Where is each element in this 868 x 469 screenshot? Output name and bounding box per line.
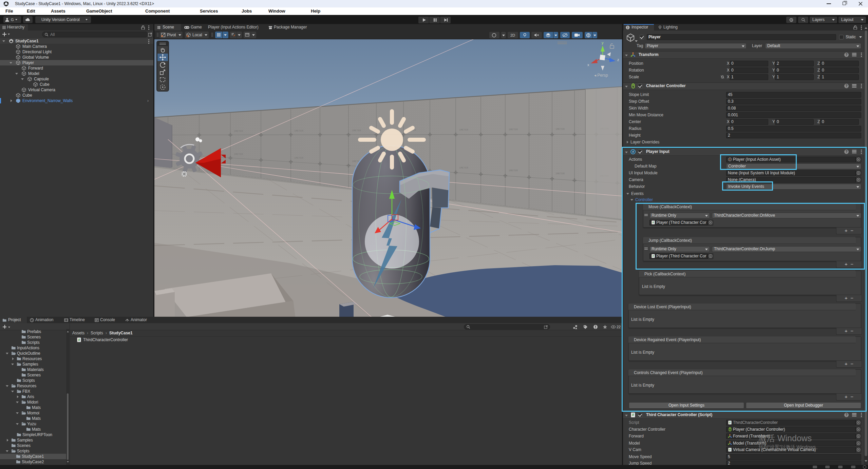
- svg-text:1METER: 1METER: [459, 129, 469, 131]
- svg-text:1METER: 1METER: [555, 128, 565, 131]
- svg-text:◂ Persp: ◂ Persp: [594, 73, 608, 78]
- svg-text:1METER: 1METER: [352, 129, 361, 132]
- svg-text:1METER: 1METER: [294, 130, 304, 132]
- svg-text:1METER: 1METER: [234, 130, 243, 133]
- svg-text:y: y: [602, 41, 604, 45]
- svg-text:z: z: [617, 58, 619, 62]
- svg-text:1METER: 1METER: [509, 169, 518, 172]
- svg-text:1METER: 1METER: [294, 157, 304, 159]
- svg-text:1METER: 1METER: [509, 128, 518, 131]
- svg-text:x: x: [587, 63, 589, 67]
- svg-text:1METER: 1METER: [555, 172, 565, 175]
- svg-text:1METER: 1METER: [234, 153, 243, 156]
- svg-text:1METER: 1METER: [459, 167, 469, 169]
